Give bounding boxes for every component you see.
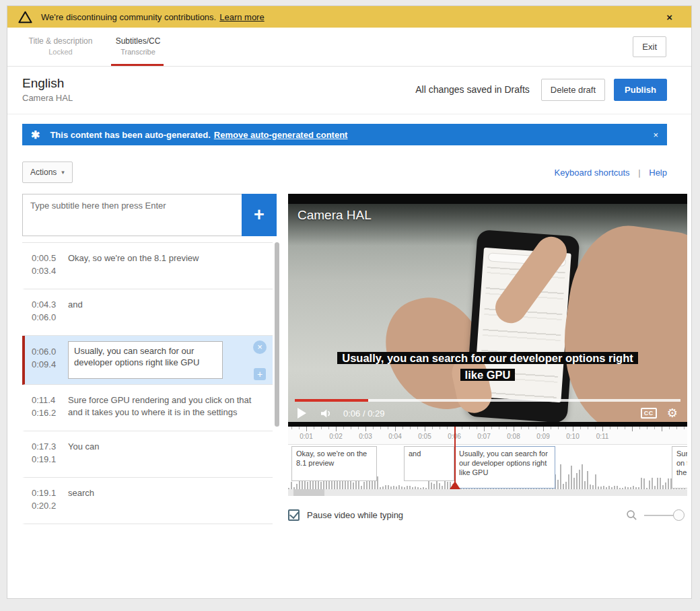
delete-subtitle-button[interactable]: × — [253, 340, 267, 354]
tab-bar: Title & description Locked Subtitles/CC … — [7, 28, 691, 67]
zoom-slider-handle[interactable] — [673, 509, 685, 521]
main-content: + 0:00.5 0:03.4 Okay, so we're on the 8.… — [22, 194, 687, 524]
exit-button[interactable]: Exit — [633, 36, 666, 57]
asterisk-icon: ✱ — [31, 129, 40, 141]
subtitle-edit-textarea[interactable]: Usually, you can search for our develope… — [68, 341, 223, 379]
progress-fill — [295, 399, 368, 402]
remove-auto-generated-link[interactable]: Remove auto-generated content — [214, 130, 348, 140]
timeline-strip: Okay, so we're on the 8.1 preview and Us… — [288, 445, 687, 489]
row-text: Okay, so we're on the 8.1 preview — [65, 252, 273, 277]
row-start-time: 0:06.0 — [32, 345, 65, 358]
play-button[interactable] — [298, 408, 306, 419]
subtitle-panel: + 0:00.5 0:03.4 Okay, so we're on the 8.… — [22, 194, 277, 524]
tab-label: Title & description — [23, 36, 98, 46]
keyboard-shortcuts-link[interactable]: Keyboard shortcuts — [555, 168, 630, 178]
page-title-language: English — [22, 76, 73, 91]
tab-sublabel: Transcribe — [107, 48, 169, 56]
subtitle-input[interactable] — [22, 194, 242, 236]
video-title-text: Camera HAL — [22, 93, 73, 103]
caption-line-1: Usually, you can search for our develope… — [337, 352, 637, 364]
tab-title-description[interactable]: Title & description Locked — [23, 36, 98, 56]
delete-draft-button[interactable]: Delete draft — [541, 79, 605, 101]
cc-button[interactable]: CC — [641, 408, 657, 419]
subtitle-row[interactable]: 0:00.5 0:03.4 Okay, so we're on the 8.1 … — [22, 243, 273, 289]
save-status: All changes saved in Drafts — [415, 84, 530, 95]
pause-label: Pause video while typing — [307, 510, 403, 520]
active-tab-indicator — [111, 64, 164, 66]
actions-button[interactable]: Actions ▾ — [22, 161, 73, 183]
row-text: You can — [65, 440, 273, 466]
tick-label: 0:02 — [329, 433, 342, 440]
timeline-footer: Pause video while typing — [288, 509, 687, 521]
timeline-box[interactable]: Okay, so we're on the 8.1 preview — [291, 446, 377, 481]
timeline-ruler[interactable]: 0:01 0:02 0:03 0:04 0:05 0:06 0:07 0:08 … — [288, 427, 687, 445]
tick-label: 0:01 — [300, 433, 312, 440]
player-video-title: Camera HAL — [298, 208, 372, 223]
discontinuation-banner: We're discontinuing community contributi… — [7, 6, 691, 28]
subtitle-row[interactable]: 0:11.4 0:16.2 Sure force GPU rendering a… — [22, 385, 273, 431]
tab-sublabel: Locked — [23, 48, 98, 56]
banner-close-icon[interactable]: × — [666, 11, 672, 23]
list-scrollbar[interactable] — [275, 242, 279, 427]
auto-banner-close-icon[interactable]: × — [653, 130, 658, 140]
tick-label: 0:10 — [566, 433, 579, 440]
major-ticks — [288, 427, 687, 431]
row-start-time: 0:17.3 — [32, 440, 65, 453]
caption-line-2: like GPU — [460, 369, 516, 381]
tick-label: 0:03 — [359, 433, 372, 440]
settings-gear-icon[interactable]: ⚙ — [667, 407, 678, 419]
row-start-time: 0:19.1 — [32, 487, 65, 499]
timeline-box[interactable]: and — [404, 446, 454, 481]
caption-overlay: Usually, you can search for our develope… — [288, 350, 687, 384]
editor-window: We're discontinuing community contributi… — [7, 5, 692, 599]
toolbar-row: Actions ▾ Keyboard shortcuts | Help — [22, 161, 667, 183]
video-panel: Camera HAL Usually, you can search for o… — [288, 194, 687, 524]
subtitle-row[interactable]: 0:04.3 0:06.0 and — [22, 289, 273, 336]
tab-label: Subtitles/CC — [107, 36, 169, 46]
row-text: and — [65, 298, 273, 324]
row-end-time: 0:20.2 — [32, 499, 65, 512]
learn-more-link[interactable]: Learn more — [219, 12, 264, 22]
row-start-time: 0:11.4 — [32, 394, 65, 406]
letterbox-bottom — [288, 422, 687, 427]
pause-checkbox[interactable] — [288, 509, 300, 521]
speaker-icon — [320, 408, 332, 419]
publish-button[interactable]: Publish — [614, 79, 667, 101]
zoom-slider-track[interactable] — [644, 515, 674, 516]
volume-button[interactable] — [320, 408, 332, 419]
subtitle-row[interactable]: 0:19.1 0:20.2 search — [22, 478, 273, 524]
timeline-scrollbar-thumb[interactable] — [293, 489, 324, 496]
tab-subtitles-cc[interactable]: Subtitles/CC Transcribe — [107, 36, 169, 56]
tick-label: 0:07 — [477, 433, 490, 440]
time-display: 0:06 / 0:29 — [343, 408, 384, 419]
subtitle-row[interactable]: 0:17.3 0:19.1 You can — [22, 431, 273, 478]
row-end-time: 0:16.2 — [32, 406, 65, 419]
subtitle-row-selected[interactable]: 0:06.0 0:09.4 Usually, you can search fo… — [22, 336, 273, 385]
tick-label: 0:08 — [507, 433, 520, 440]
subtitle-list: 0:00.5 0:03.4 Okay, so we're on the 8.1 … — [22, 242, 273, 524]
tick-label: 0:04 — [388, 433, 401, 440]
progress-bar[interactable] — [295, 399, 680, 402]
discontinuation-text: We're discontinuing community contributi… — [41, 12, 216, 22]
help-link[interactable]: Help — [649, 168, 667, 178]
zoom-control — [626, 509, 687, 521]
auto-generated-banner: ✱ This content has been auto-generated. … — [22, 124, 667, 145]
insert-subtitle-button[interactable]: + — [254, 368, 266, 380]
auto-generated-text: This content has been auto-generated. — [50, 130, 210, 140]
add-subtitle-button[interactable]: + — [242, 194, 277, 236]
timeline-box-selected[interactable]: Usually, you can search for our develope… — [454, 446, 555, 489]
timeline-scrollbar[interactable] — [288, 489, 687, 496]
tick-label: 0:11 — [596, 433, 609, 440]
playhead-marker-icon[interactable] — [450, 481, 460, 489]
chevron-down-icon: ▾ — [61, 169, 65, 176]
timeline-box[interactable]: Sure force GPU rendering and you click o… — [672, 446, 687, 489]
timeline: 0:01 0:02 0:03 0:04 0:05 0:06 0:07 0:08 … — [288, 427, 687, 496]
header: English Camera HAL All changes saved in … — [7, 67, 691, 114]
row-end-time: 0:19.1 — [32, 453, 65, 466]
row-end-time: 0:03.4 — [32, 264, 65, 277]
playhead[interactable] — [454, 427, 456, 482]
video-player[interactable]: Camera HAL Usually, you can search for o… — [288, 194, 687, 427]
player-controls: 0:06 / 0:29 CC ⚙ — [298, 404, 678, 422]
tick-label: 0:09 — [536, 433, 549, 440]
actions-label: Actions — [30, 168, 57, 177]
